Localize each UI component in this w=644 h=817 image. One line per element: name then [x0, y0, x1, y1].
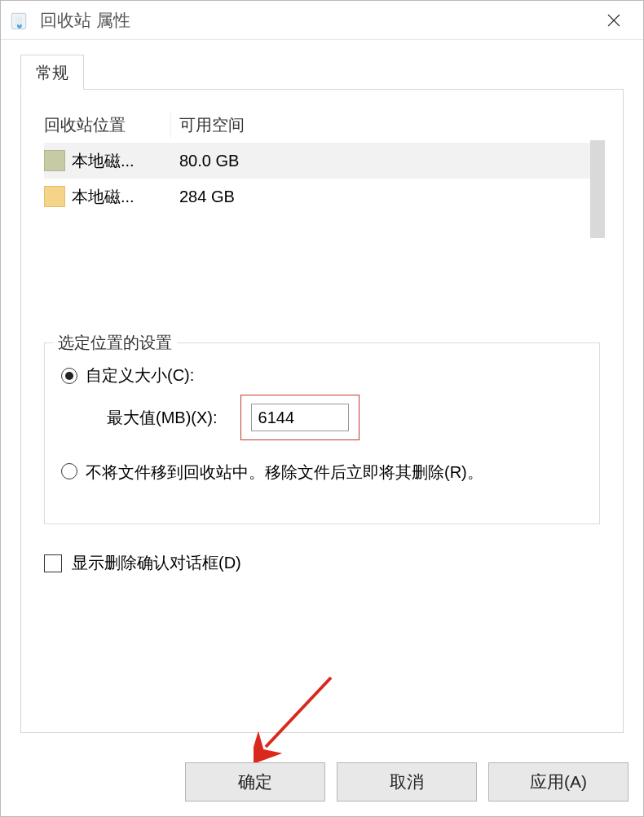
titlebar: 回收站 属性 — [1, 1, 643, 40]
max-size-row: 最大值(MB)(X): — [107, 395, 583, 440]
tab-strip: 常规 — [20, 55, 624, 89]
list-item[interactable]: 本地磁... 80.0 GB — [44, 143, 600, 179]
drive-space: 80.0 GB — [171, 152, 239, 170]
dialog-content: 常规 回收站位置 可用空间 本地磁... 80.0 GB — [1, 40, 643, 733]
radio-no-recycle[interactable]: 不将文件移到回收站中。移除文件后立即将其删除(R)。 — [61, 460, 583, 484]
drive-space: 284 GB — [171, 188, 235, 206]
svg-point-2 — [20, 24, 21, 25]
radio-icon — [61, 463, 77, 479]
drive-icon — [44, 186, 65, 207]
checkbox-label: 显示删除确认对话框(D) — [72, 552, 241, 574]
list-item[interactable]: 本地磁... 284 GB — [44, 179, 600, 214]
radio-label: 不将文件移到回收站中。移除文件后立即将其删除(R)。 — [86, 460, 483, 484]
radio-custom-size[interactable]: 自定义大小(C): — [61, 364, 583, 386]
scrollbar[interactable] — [590, 140, 605, 238]
checkbox-icon — [44, 554, 62, 572]
window-title: 回收站 属性 — [40, 9, 591, 32]
radio-icon — [61, 368, 77, 384]
max-size-label: 最大值(MB)(X): — [107, 407, 218, 429]
drive-name: 本地磁... — [72, 186, 135, 208]
dialog-window: 回收站 属性 常规 回收站位置 可用空间 本地磁... — [0, 0, 644, 817]
ok-button[interactable]: 确定 — [185, 762, 325, 802]
drive-icon — [44, 150, 65, 171]
input-highlight-annotation — [240, 395, 359, 440]
settings-groupbox: 选定位置的设置 自定义大小(C): 最大值(MB)(X): 不将文件移到回收站中… — [44, 342, 600, 524]
header-space[interactable]: 可用空间 — [171, 113, 253, 138]
header-location[interactable]: 回收站位置 — [44, 113, 171, 138]
confirm-delete-checkbox[interactable]: 显示删除确认对话框(D) — [44, 552, 600, 574]
tab-panel-general: 回收站位置 可用空间 本地磁... 80.0 GB 本地磁... 284 G — [20, 89, 624, 733]
drive-name: 本地磁... — [72, 150, 135, 172]
svg-point-1 — [17, 24, 19, 25]
tab-general[interactable]: 常规 — [20, 55, 84, 90]
apply-button[interactable]: 应用(A) — [488, 762, 629, 802]
close-button[interactable] — [591, 1, 637, 40]
radio-label: 自定义大小(C): — [86, 364, 194, 386]
drive-list: 回收站位置 可用空间 本地磁... 80.0 GB 本地磁... 284 G — [44, 113, 600, 284]
groupbox-legend: 选定位置的设置 — [53, 332, 177, 354]
dialog-button-row: 确定 取消 应用(A) — [185, 762, 629, 802]
recycle-bin-icon — [7, 9, 30, 32]
max-size-input[interactable] — [251, 404, 349, 431]
list-header: 回收站位置 可用空间 — [44, 113, 600, 138]
cancel-button[interactable]: 取消 — [337, 762, 477, 802]
close-icon — [607, 14, 620, 27]
